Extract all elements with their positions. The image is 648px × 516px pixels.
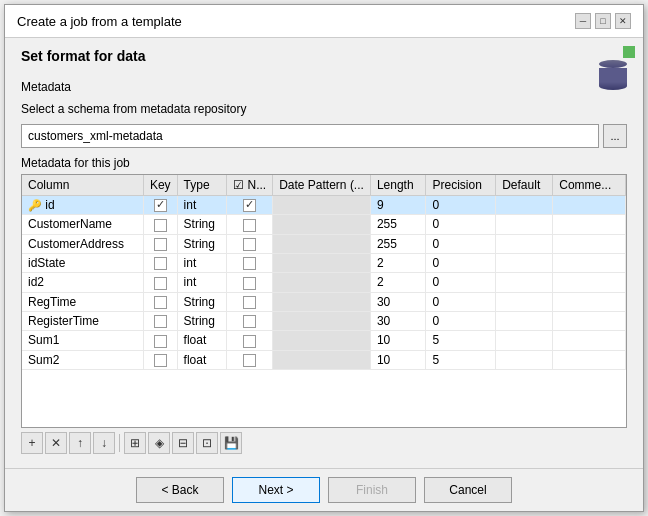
cell-default [496, 331, 553, 350]
back-button[interactable]: < Back [136, 477, 224, 503]
cell-nullable[interactable] [227, 350, 273, 369]
cell-nullable[interactable] [227, 215, 273, 234]
cell-key[interactable] [143, 215, 177, 234]
table-row[interactable]: CustomerNameString2550 [22, 215, 626, 234]
cell-nullable[interactable] [227, 234, 273, 253]
cell-key[interactable] [143, 292, 177, 311]
tool-button-6[interactable]: ◈ [148, 432, 170, 454]
key-checkbox[interactable] [154, 315, 167, 328]
cell-key[interactable] [143, 273, 177, 292]
nullable-checkbox[interactable] [243, 257, 256, 270]
cell-key[interactable] [143, 253, 177, 272]
key-checkbox[interactable] [154, 219, 167, 232]
cell-key[interactable] [143, 331, 177, 350]
cell-comment [553, 234, 626, 253]
cell-nullable[interactable] [227, 292, 273, 311]
metadata-table-wrapper[interactable]: Column Key Type ☑ N... Date Pattern (...… [21, 174, 627, 428]
cell-key[interactable] [143, 196, 177, 215]
key-icon: 🔑 [28, 199, 42, 211]
cell-precision: 0 [426, 215, 496, 234]
cell-precision: 0 [426, 234, 496, 253]
cell-length: 10 [370, 350, 426, 369]
col-header-type[interactable]: Type [177, 175, 227, 196]
table-toolbar: + ✕ ↑ ↓ ⊞ ◈ ⊟ ⊡ 💾 [21, 428, 627, 456]
tool-button-7[interactable]: ⊟ [172, 432, 194, 454]
next-button[interactable]: Next > [232, 477, 320, 503]
col-header-key[interactable]: Key [143, 175, 177, 196]
cell-type: int [177, 273, 227, 292]
tool-button-8[interactable]: ⊡ [196, 432, 218, 454]
col-header-column[interactable]: Column [22, 175, 143, 196]
finish-button[interactable]: Finish [328, 477, 416, 503]
cell-key[interactable] [143, 350, 177, 369]
nullable-checkbox[interactable] [243, 354, 256, 367]
cell-key[interactable] [143, 234, 177, 253]
cell-date-pattern [273, 331, 371, 350]
cell-comment [553, 292, 626, 311]
col-header-default[interactable]: Default [496, 175, 553, 196]
cell-type: int [177, 196, 227, 215]
key-checkbox[interactable] [154, 335, 167, 348]
minimize-button[interactable]: ─ [575, 13, 591, 29]
table-row[interactable]: RegTimeString300 [22, 292, 626, 311]
key-checkbox[interactable] [154, 277, 167, 290]
cell-column: Sum1 [22, 331, 143, 350]
nullable-checkbox[interactable] [243, 296, 256, 309]
cell-length: 255 [370, 234, 426, 253]
cell-column: CustomerName [22, 215, 143, 234]
col-header-length[interactable]: Length [370, 175, 426, 196]
save-button[interactable]: 💾 [220, 432, 242, 454]
dialog-title: Create a job from a template [17, 14, 182, 29]
col-header-precision[interactable]: Precision [426, 175, 496, 196]
cell-nullable[interactable] [227, 311, 273, 330]
cell-key[interactable] [143, 311, 177, 330]
cell-column: RegTime [22, 292, 143, 311]
cell-type: String [177, 234, 227, 253]
tool-button-5[interactable]: ⊞ [124, 432, 146, 454]
key-checkbox[interactable] [154, 354, 167, 367]
cell-date-pattern [273, 196, 371, 215]
nullable-checkbox[interactable] [243, 315, 256, 328]
table-row[interactable]: idStateint20 [22, 253, 626, 272]
cell-nullable[interactable] [227, 273, 273, 292]
cell-date-pattern [273, 273, 371, 292]
schema-row: ... [21, 124, 627, 148]
key-checkbox[interactable] [154, 199, 167, 212]
metadata-group: Metadata Select a schema from metadata r… [21, 80, 627, 148]
nullable-checkbox[interactable] [243, 199, 256, 212]
dialog-subtitle: Set format for data [21, 48, 627, 64]
col-header-comment[interactable]: Comme... [553, 175, 626, 196]
schema-input[interactable] [21, 124, 599, 148]
move-up-button[interactable]: ↑ [69, 432, 91, 454]
move-down-button[interactable]: ↓ [93, 432, 115, 454]
table-row[interactable]: id2int20 [22, 273, 626, 292]
cell-date-pattern [273, 292, 371, 311]
add-row-button[interactable]: + [21, 432, 43, 454]
table-row[interactable]: CustomerAddressString2550 [22, 234, 626, 253]
cell-nullable[interactable] [227, 331, 273, 350]
table-row[interactable]: RegisterTimeString300 [22, 311, 626, 330]
nullable-checkbox[interactable] [243, 219, 256, 232]
cell-default [496, 273, 553, 292]
cell-type: float [177, 350, 227, 369]
cancel-button[interactable]: Cancel [424, 477, 512, 503]
cell-type: String [177, 215, 227, 234]
maximize-button[interactable]: □ [595, 13, 611, 29]
table-row[interactable]: Sum1float105 [22, 331, 626, 350]
key-checkbox[interactable] [154, 238, 167, 251]
key-checkbox[interactable] [154, 257, 167, 270]
cell-nullable[interactable] [227, 196, 273, 215]
nullable-checkbox[interactable] [243, 335, 256, 348]
nullable-checkbox[interactable] [243, 277, 256, 290]
cell-nullable[interactable] [227, 253, 273, 272]
col-header-nullable[interactable]: ☑ N... [227, 175, 273, 196]
delete-row-button[interactable]: ✕ [45, 432, 67, 454]
close-button[interactable]: ✕ [615, 13, 631, 29]
col-header-date[interactable]: Date Pattern (... [273, 175, 371, 196]
table-row[interactable]: 🔑 idint90 [22, 196, 626, 215]
browse-button[interactable]: ... [603, 124, 627, 148]
table-row[interactable]: Sum2float105 [22, 350, 626, 369]
cell-default [496, 215, 553, 234]
nullable-checkbox[interactable] [243, 238, 256, 251]
key-checkbox[interactable] [154, 296, 167, 309]
